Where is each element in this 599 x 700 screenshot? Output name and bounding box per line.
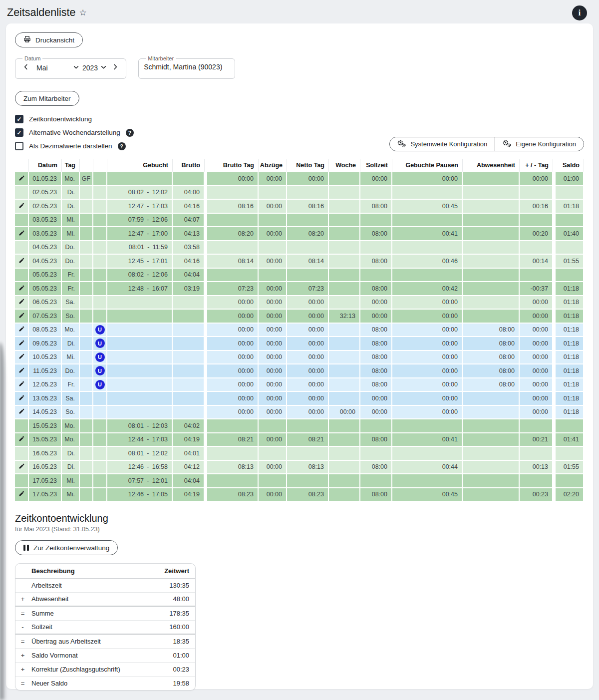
cell-abwesenheit: 08:00 (463, 351, 520, 365)
edit-pencil-icon[interactable] (18, 380, 25, 387)
cell-abzuege: 00:00 (259, 310, 287, 324)
cell-day: Fr. (62, 269, 80, 283)
cell-pausen: 00:41 (392, 433, 463, 447)
summary-operator: - (15, 620, 27, 634)
cell-brutto_tag: 00:00 (207, 378, 259, 392)
edit-pencil-icon[interactable] (18, 298, 25, 305)
edit-pencil-icon[interactable] (18, 230, 25, 236)
cell-gebucht (107, 310, 173, 324)
month-select[interactable]: Mai (31, 64, 82, 72)
edit-pencil-icon[interactable] (18, 257, 25, 264)
cell-day: Mi. (62, 488, 80, 502)
content-card: Druckansicht Datum Mai 2023 Mitarbeiter … (6, 23, 593, 689)
summary-header-row: Beschreibung Zeitwert (15, 564, 195, 578)
cell-badge (93, 392, 107, 406)
edit-pencil-icon[interactable] (18, 285, 25, 291)
cell-badge (93, 214, 107, 228)
filters-row: Datum Mai 2023 Mitarbeiter Schmidt, Mart… (15, 55, 584, 79)
cell-day: Mi. (62, 351, 80, 365)
table-row: 05.05.23Fr.08:02 - 12:0604:04 (15, 269, 584, 283)
cell-day: Di. (62, 200, 80, 214)
summary-operator (15, 578, 27, 592)
edit-pencil-icon[interactable] (18, 408, 25, 414)
info-button[interactable]: i (572, 5, 587, 20)
cell-pausen: 00:00 (392, 337, 463, 351)
favorite-star-icon[interactable]: ☆ (79, 8, 86, 17)
cell-plus_minus: 00:23 (520, 488, 553, 502)
prev-month-button[interactable] (20, 62, 31, 73)
edit-pencil-icon[interactable] (18, 175, 25, 181)
cell-abwesenheit (463, 186, 520, 200)
cell-woche (329, 433, 360, 447)
option-als-dezimalwerte[interactable]: ✓ Als Dezimalwerte darstellen ? (15, 142, 185, 150)
time-account-management-button[interactable]: Zur Zeitkontenverwaltung (15, 540, 118, 555)
cell-brutto_tag (207, 241, 259, 255)
system-config-button[interactable]: Systemweite Konfiguration (390, 137, 495, 151)
help-icon[interactable]: ? (126, 129, 134, 137)
employee-value[interactable]: Schmidt, Martina (90023) (144, 62, 230, 71)
page-title-text: Zeitsaldenliste (7, 6, 75, 18)
cell-marker: GF (80, 172, 93, 186)
edit-pencil-icon[interactable] (18, 490, 25, 497)
summary-operator: + (15, 648, 27, 662)
cell-pausen (392, 419, 463, 433)
cell-badge: U (93, 364, 107, 378)
edit-cell (15, 433, 29, 447)
option-alternative-wochendarstellung[interactable]: ✓ Alternative Wochendarstellung ? (15, 128, 185, 137)
cell-badge (93, 406, 107, 420)
edit-cell (15, 392, 29, 406)
edit-cell (15, 282, 29, 296)
summary-value: 48:00 (153, 592, 195, 606)
cell-abwesenheit (463, 433, 520, 447)
edit-pencil-icon[interactable] (18, 463, 25, 469)
summary-row: +Saldo Vormonat01:00 (15, 648, 195, 662)
cell-abzuege: 00:00 (259, 378, 287, 392)
checkbox[interactable]: ✓ (15, 115, 23, 123)
cell-sollzeit (360, 419, 392, 433)
edit-pencil-icon[interactable] (18, 394, 25, 401)
checkbox[interactable]: ✓ (15, 128, 23, 137)
cell-date: 17.05.23 (29, 474, 62, 488)
edit-pencil-icon[interactable] (18, 367, 25, 373)
summary-row: =Summe178:35 (15, 606, 195, 620)
cell-pausen: 00:00 (392, 378, 463, 392)
cell-abzuege (259, 241, 287, 255)
cell-gebucht: 08:01 - 12:03 (107, 419, 173, 433)
cell-abwesenheit (463, 392, 520, 406)
edit-pencil-icon[interactable] (18, 353, 25, 359)
cell-gebucht (107, 392, 173, 406)
help-icon[interactable]: ? (118, 142, 126, 150)
edit-pencil-icon[interactable] (18, 202, 25, 209)
edit-pencil-icon[interactable] (18, 312, 25, 319)
summary-value: 178:35 (153, 606, 195, 620)
year-select[interactable]: 2023 (82, 64, 110, 72)
option-zeitkontoentwicklung[interactable]: ✓ Zeitkontoentwicklung (15, 115, 185, 123)
checkbox[interactable]: ✓ (15, 142, 23, 150)
own-config-button[interactable]: Eigene Konfiguration (495, 137, 584, 151)
edit-cell (15, 296, 29, 310)
date-picker: Datum Mai 2023 (15, 55, 126, 79)
print-view-button[interactable]: Druckansicht (15, 32, 83, 47)
cell-date: 02.05.23 (29, 200, 62, 214)
edit-cell (15, 406, 29, 420)
table-header: DatumTagGebuchtBruttoBrutto TagAbzügeNet… (15, 159, 584, 172)
cell-saldo: 01:18 (556, 392, 584, 406)
cell-pausen (392, 269, 463, 283)
cell-brutto: 04:16 (173, 200, 205, 214)
cell-saldo (556, 241, 584, 255)
cell-date: 02.05.23 (29, 186, 62, 200)
next-month-button[interactable] (110, 62, 121, 73)
cell-date: 07.05.23 (29, 310, 62, 324)
cell-badge (93, 433, 107, 447)
cell-saldo (556, 447, 584, 461)
to-employee-button[interactable]: Zum Mitarbeiter (15, 91, 79, 106)
cell-sollzeit (360, 241, 392, 255)
edit-pencil-icon[interactable] (18, 435, 25, 442)
cell-netto_tag: 08:23 (287, 488, 329, 502)
edit-pencil-icon[interactable] (18, 340, 25, 346)
to-employee-label: Zum Mitarbeiter (23, 95, 71, 102)
cell-abwesenheit (463, 419, 520, 433)
cell-saldo: 01:18 (556, 200, 584, 214)
edit-pencil-icon[interactable] (18, 326, 25, 332)
page-header: Zeitsaldenliste☆ i (0, 0, 599, 23)
